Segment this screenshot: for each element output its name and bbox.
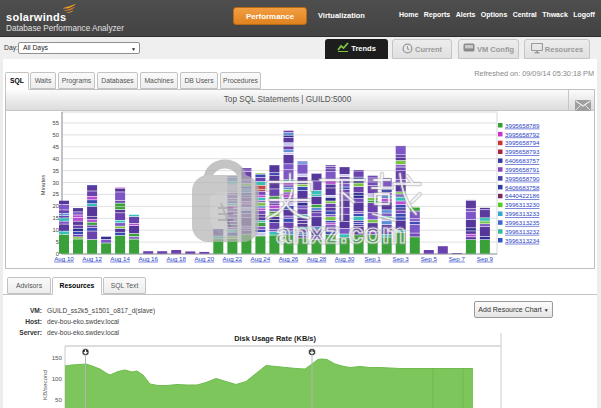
svg-text:Aug 16: Aug 16 (138, 255, 158, 262)
svg-text:3995658792: 3995658792 (505, 131, 540, 138)
svg-text:30: 30 (53, 180, 59, 186)
svg-text:3995658791: 3995658791 (505, 166, 540, 173)
svg-text:Disk Usage Rate (KB/s): Disk Usage Rate (KB/s) (234, 334, 316, 343)
svg-text:50: 50 (55, 396, 62, 403)
svg-text:6440422186: 6440422186 (505, 192, 540, 199)
svg-text:6406683757: 6406683757 (505, 157, 540, 164)
svg-text:Aug 14: Aug 14 (110, 255, 130, 262)
svg-text:5: 5 (56, 239, 59, 245)
svg-text:3996313233: 3996313233 (505, 210, 540, 217)
svg-text:3996313232: 3996313232 (505, 228, 540, 235)
svg-text:10: 10 (53, 227, 59, 233)
svg-text:3996313230: 3996313230 (505, 201, 540, 208)
svg-text:Sep 7: Sep 7 (449, 255, 466, 262)
svg-text:3996313235: 3996313235 (505, 219, 540, 226)
svg-text:3995658790: 3995658790 (505, 175, 540, 182)
svg-text:20: 20 (53, 203, 59, 209)
svg-text:45: 45 (53, 144, 59, 150)
svg-text:3996313234: 3996313234 (505, 237, 540, 244)
svg-text:anxz.com: anxz.com (276, 219, 407, 249)
svg-text:3995658794: 3995658794 (505, 139, 540, 146)
svg-text:35: 35 (53, 168, 59, 174)
svg-text:150: 150 (52, 354, 63, 361)
svg-text:15: 15 (53, 215, 59, 221)
svg-text:Aug 18: Aug 18 (166, 255, 186, 262)
svg-text:Aug 12: Aug 12 (82, 255, 102, 262)
svg-text:KB/second: KB/second (41, 369, 48, 399)
svg-text:25: 25 (53, 191, 59, 197)
svg-text:Minutes: Minutes (40, 175, 46, 195)
svg-text:6406683758: 6406683758 (505, 184, 540, 191)
svg-text:3995658789: 3995658789 (505, 122, 540, 129)
svg-text:Sep 9: Sep 9 (477, 255, 494, 262)
svg-text:55: 55 (53, 120, 59, 126)
svg-text:3995658793: 3995658793 (505, 148, 540, 155)
svg-text:40: 40 (53, 156, 59, 162)
svg-text:100: 100 (52, 375, 63, 382)
svg-text:Aug 10: Aug 10 (54, 255, 74, 262)
svg-text:50: 50 (53, 132, 59, 138)
